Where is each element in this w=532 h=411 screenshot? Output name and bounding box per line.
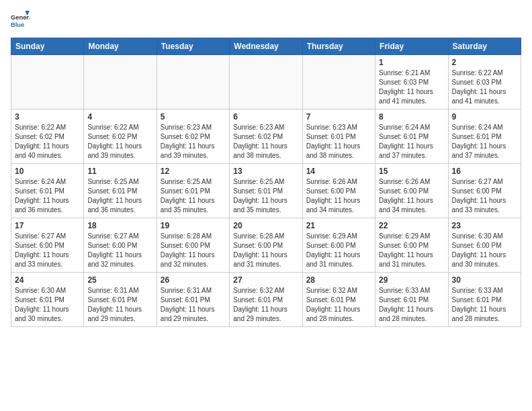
weekday-friday: Friday [375, 38, 448, 55]
week-row-4: 17Sunrise: 6:27 AM Sunset: 6:00 PM Dayli… [11, 218, 521, 273]
week-row-2: 3Sunrise: 6:22 AM Sunset: 6:02 PM Daylig… [11, 109, 521, 164]
calendar-cell [11, 55, 84, 109]
day-info: Sunrise: 6:26 AM Sunset: 6:00 PM Dayligh… [306, 177, 371, 215]
calendar-cell: 16Sunrise: 6:27 AM Sunset: 6:00 PM Dayli… [448, 164, 521, 218]
day-number: 16 [452, 167, 517, 176]
day-info: Sunrise: 6:24 AM Sunset: 6:01 PM Dayligh… [379, 123, 444, 161]
calendar-cell: 2Sunrise: 6:22 AM Sunset: 6:03 PM Daylig… [448, 55, 521, 109]
calendar-cell: 18Sunrise: 6:27 AM Sunset: 6:00 PM Dayli… [84, 218, 157, 273]
day-info: Sunrise: 6:30 AM Sunset: 6:00 PM Dayligh… [452, 232, 517, 269]
day-info: Sunrise: 6:31 AM Sunset: 6:01 PM Dayligh… [161, 286, 226, 324]
weekday-tuesday: Tuesday [157, 38, 229, 55]
day-number: 22 [379, 221, 444, 230]
day-number: 23 [452, 221, 517, 230]
day-number: 14 [306, 167, 371, 176]
day-number: 25 [87, 275, 152, 285]
logo-icon: GeneralBlue [11, 11, 30, 30]
calendar-cell: 23Sunrise: 6:30 AM Sunset: 6:00 PM Dayli… [448, 218, 521, 273]
day-number: 7 [306, 112, 371, 122]
day-number: 5 [161, 112, 226, 122]
day-number: 21 [306, 221, 371, 230]
day-number: 9 [452, 112, 517, 122]
weekday-saturday: Saturday [448, 38, 521, 55]
day-number: 15 [379, 167, 444, 176]
day-info: Sunrise: 6:23 AM Sunset: 6:02 PM Dayligh… [233, 123, 298, 161]
calendar-cell: 3Sunrise: 6:22 AM Sunset: 6:02 PM Daylig… [11, 109, 84, 164]
day-info: Sunrise: 6:32 AM Sunset: 6:01 PM Dayligh… [233, 286, 298, 324]
weekday-sunday: Sunday [11, 38, 84, 55]
svg-text:General: General [11, 14, 30, 21]
week-row-3: 10Sunrise: 6:24 AM Sunset: 6:01 PM Dayli… [11, 164, 521, 218]
page-header: GeneralBlue [11, 11, 521, 30]
calendar-cell: 17Sunrise: 6:27 AM Sunset: 6:00 PM Dayli… [11, 218, 84, 273]
day-number: 26 [161, 275, 226, 285]
day-info: Sunrise: 6:21 AM Sunset: 6:03 PM Dayligh… [379, 68, 444, 106]
day-number: 1 [379, 58, 444, 67]
day-number: 3 [15, 112, 80, 122]
day-number: 24 [15, 275, 80, 285]
calendar-cell: 8Sunrise: 6:24 AM Sunset: 6:01 PM Daylig… [375, 109, 448, 164]
day-info: Sunrise: 6:29 AM Sunset: 6:00 PM Dayligh… [306, 232, 371, 269]
calendar-table: SundayMondayTuesdayWednesdayThursdayFrid… [11, 38, 521, 327]
calendar-cell [84, 55, 157, 109]
calendar-cell: 19Sunrise: 6:28 AM Sunset: 6:00 PM Dayli… [157, 218, 229, 273]
week-row-5: 24Sunrise: 6:30 AM Sunset: 6:01 PM Dayli… [11, 273, 521, 327]
day-number: 30 [452, 275, 517, 285]
calendar-cell [302, 55, 375, 109]
day-info: Sunrise: 6:22 AM Sunset: 6:02 PM Dayligh… [15, 123, 80, 161]
calendar-cell: 9Sunrise: 6:24 AM Sunset: 6:01 PM Daylig… [448, 109, 521, 164]
svg-text:Blue: Blue [11, 21, 24, 28]
day-info: Sunrise: 6:27 AM Sunset: 6:00 PM Dayligh… [15, 232, 80, 269]
day-info: Sunrise: 6:25 AM Sunset: 6:01 PM Dayligh… [233, 177, 298, 215]
day-info: Sunrise: 6:30 AM Sunset: 6:01 PM Dayligh… [15, 286, 80, 324]
calendar-cell [230, 55, 302, 109]
day-number: 28 [306, 275, 371, 285]
calendar-cell: 21Sunrise: 6:29 AM Sunset: 6:00 PM Dayli… [302, 218, 375, 273]
day-number: 20 [233, 221, 298, 230]
calendar-cell: 11Sunrise: 6:25 AM Sunset: 6:01 PM Dayli… [84, 164, 157, 218]
day-info: Sunrise: 6:22 AM Sunset: 6:03 PM Dayligh… [452, 68, 517, 106]
day-info: Sunrise: 6:32 AM Sunset: 6:01 PM Dayligh… [306, 286, 371, 324]
day-number: 29 [379, 275, 444, 285]
day-info: Sunrise: 6:31 AM Sunset: 6:01 PM Dayligh… [87, 286, 152, 324]
weekday-header-row: SundayMondayTuesdayWednesdayThursdayFrid… [11, 38, 521, 55]
day-info: Sunrise: 6:24 AM Sunset: 6:01 PM Dayligh… [452, 123, 517, 161]
day-info: Sunrise: 6:25 AM Sunset: 6:01 PM Dayligh… [87, 177, 152, 215]
day-number: 2 [452, 58, 517, 67]
calendar-cell: 5Sunrise: 6:23 AM Sunset: 6:02 PM Daylig… [157, 109, 229, 164]
calendar-cell: 14Sunrise: 6:26 AM Sunset: 6:00 PM Dayli… [302, 164, 375, 218]
day-number: 10 [15, 167, 80, 176]
weekday-thursday: Thursday [302, 38, 375, 55]
day-number: 17 [15, 221, 80, 230]
calendar-cell: 10Sunrise: 6:24 AM Sunset: 6:01 PM Dayli… [11, 164, 84, 218]
calendar-cell: 20Sunrise: 6:28 AM Sunset: 6:00 PM Dayli… [230, 218, 302, 273]
day-number: 6 [233, 112, 298, 122]
day-info: Sunrise: 6:33 AM Sunset: 6:01 PM Dayligh… [379, 286, 444, 324]
day-info: Sunrise: 6:28 AM Sunset: 6:00 PM Dayligh… [233, 232, 298, 269]
logo: GeneralBlue [11, 11, 30, 30]
calendar-cell: 13Sunrise: 6:25 AM Sunset: 6:01 PM Dayli… [230, 164, 302, 218]
calendar-cell: 15Sunrise: 6:26 AM Sunset: 6:00 PM Dayli… [375, 164, 448, 218]
day-info: Sunrise: 6:27 AM Sunset: 6:00 PM Dayligh… [452, 177, 517, 215]
calendar-cell: 24Sunrise: 6:30 AM Sunset: 6:01 PM Dayli… [11, 273, 84, 327]
day-info: Sunrise: 6:24 AM Sunset: 6:01 PM Dayligh… [15, 177, 80, 215]
day-number: 13 [233, 167, 298, 176]
day-info: Sunrise: 6:25 AM Sunset: 6:01 PM Dayligh… [161, 177, 226, 215]
weekday-wednesday: Wednesday [230, 38, 302, 55]
calendar-cell: 12Sunrise: 6:25 AM Sunset: 6:01 PM Dayli… [157, 164, 229, 218]
day-info: Sunrise: 6:26 AM Sunset: 6:00 PM Dayligh… [379, 177, 444, 215]
day-info: Sunrise: 6:23 AM Sunset: 6:01 PM Dayligh… [306, 123, 371, 161]
day-info: Sunrise: 6:29 AM Sunset: 6:00 PM Dayligh… [379, 232, 444, 269]
week-row-1: 1Sunrise: 6:21 AM Sunset: 6:03 PM Daylig… [11, 55, 521, 109]
calendar-cell: 1Sunrise: 6:21 AM Sunset: 6:03 PM Daylig… [375, 55, 448, 109]
day-number: 12 [161, 167, 226, 176]
calendar-cell: 7Sunrise: 6:23 AM Sunset: 6:01 PM Daylig… [302, 109, 375, 164]
day-number: 8 [379, 112, 444, 122]
calendar-cell: 4Sunrise: 6:22 AM Sunset: 6:02 PM Daylig… [84, 109, 157, 164]
calendar-cell: 25Sunrise: 6:31 AM Sunset: 6:01 PM Dayli… [84, 273, 157, 327]
day-number: 27 [233, 275, 298, 285]
day-number: 4 [87, 112, 152, 122]
calendar-cell: 28Sunrise: 6:32 AM Sunset: 6:01 PM Dayli… [302, 273, 375, 327]
day-number: 19 [161, 221, 226, 230]
calendar-cell [157, 55, 229, 109]
